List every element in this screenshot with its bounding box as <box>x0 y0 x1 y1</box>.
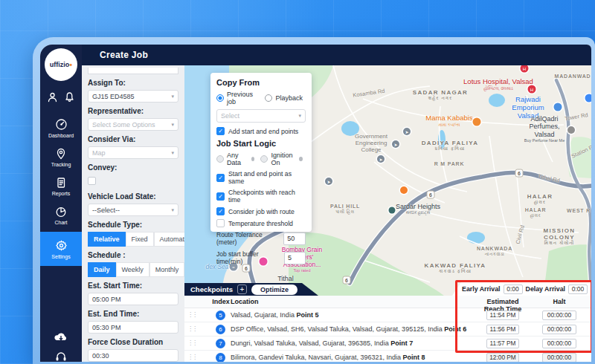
add-checkpoint-button[interactable]: + <box>237 285 247 294</box>
radio-any-data[interactable] <box>216 155 224 163</box>
field-input[interactable]: 05:00 PM <box>88 293 178 305</box>
table-row[interactable]: ⋮⋮5Valsad, Gujarat, India Point 511:54 P… <box>184 308 591 322</box>
drag-handle-icon[interactable]: ⋮⋮ <box>187 339 196 346</box>
table-row[interactable]: ⋮⋮7Dungri, Valsad Taluka, Valsad, Gujara… <box>184 337 591 351</box>
halt-input[interactable]: 00:00:00 <box>542 311 576 320</box>
segment-weekly[interactable]: Weekly <box>116 262 149 277</box>
field-label: Schedule Type: <box>88 221 178 229</box>
form-field: Convey: <box>88 163 178 188</box>
copy-from-select[interactable]: Select▾ <box>216 109 306 123</box>
user-icon[interactable] <box>47 91 58 103</box>
field-checkbox[interactable] <box>88 177 96 185</box>
location-text: DSP Office, Valsad, SH6, Valsad Taluka, … <box>231 325 466 333</box>
cart-marker-icon[interactable] <box>585 94 592 103</box>
radio-previous-job[interactable] <box>216 94 224 102</box>
segment-fixed[interactable]: Fixed <box>126 232 154 247</box>
create-job-form: Assign To:GJ15 ED4585▾Representative:Sel… <box>82 65 184 362</box>
sidebar-item-reports[interactable]: Reports <box>40 172 82 201</box>
field-select[interactable]: --Select--▾ <box>88 204 178 216</box>
headset-icon[interactable] <box>54 351 68 362</box>
checkbox-icon <box>216 219 225 227</box>
route-shield-badge: 6 <box>427 191 435 199</box>
field-select[interactable]: Select Some Options▾ <box>88 118 178 131</box>
shop-marker-icon[interactable] <box>554 103 562 111</box>
pin-marker-icon[interactable] <box>389 207 396 214</box>
field-select[interactable]: Map▾ <box>88 146 178 159</box>
restaurant-marker-icon[interactable] <box>473 118 481 126</box>
transit-marker-icon[interactable]: ➤ <box>403 128 411 135</box>
bell-icon[interactable] <box>64 91 75 103</box>
add-points-checkbox[interactable]: ✓ Add start and end points <box>216 127 306 135</box>
checkbox-label: Start and end point as same <box>228 170 306 185</box>
app-window: Create Job uffizio• DashboardTrackingRep… <box>40 45 591 362</box>
header-bar: Create Job <box>82 45 591 65</box>
logic-checkbox-row[interactable]: ✓Checkpoints with reach time <box>216 189 306 204</box>
reach-time-input[interactable]: 12:00 PM <box>486 353 519 363</box>
drag-handle-icon[interactable]: ⋮⋮ <box>187 354 196 360</box>
segment-daily[interactable]: Daily <box>88 262 116 277</box>
map-label: MISSION COLONYમિશન કોલોની <box>535 227 584 246</box>
halt-input[interactable]: 00:00:00 <box>542 353 576 363</box>
drag-handle-icon[interactable]: ⋮⋮ <box>187 311 196 318</box>
brand-logo[interactable]: uffizio• <box>45 48 77 81</box>
sidebar-item-label: Dashboard <box>48 133 74 138</box>
field-input[interactable]: 05:30 PM <box>88 321 178 334</box>
route-tolerance-input[interactable]: 50 <box>283 233 306 245</box>
buffer-time-input[interactable]: 5 <box>284 252 306 264</box>
field-value: GJ15 ED4585 <box>92 93 135 100</box>
form-field: Consider Via:Map▾ <box>88 135 178 159</box>
chevron-down-icon: ▾ <box>171 94 174 100</box>
building-marker-icon[interactable] <box>567 126 575 134</box>
route-shield-badge: 6 <box>242 264 251 273</box>
logic-checkbox-row[interactable]: ✓Consider job with route <box>216 207 306 215</box>
segment-automatic[interactable]: Automatic <box>154 232 184 247</box>
cloud-download-icon[interactable] <box>53 331 69 342</box>
place-marker-icon[interactable] <box>400 186 408 194</box>
form-field: Assign To:GJ15 ED4585▾ <box>88 79 178 103</box>
sidebar: uffizio• DashboardTrackingReportsChartSe… <box>40 45 82 362</box>
reach-time-input[interactable]: 11:56 PM <box>486 325 519 334</box>
reach-time-input[interactable]: 11:54 PM <box>486 311 519 320</box>
segment-monthly[interactable]: Monthly <box>149 262 184 277</box>
optimize-button[interactable]: Optimize <box>251 285 298 295</box>
scrolled-input[interactable] <box>88 68 178 74</box>
drag-handle-icon[interactable]: ⋮⋮ <box>187 325 196 332</box>
logic-checkbox-row[interactable]: ✓Start and end point as same <box>216 170 306 185</box>
copy-from-card: Copy From Previous jobPlayback Select▾ ✓… <box>210 73 312 232</box>
sidebar-item-dashboard[interactable]: Dashboard <box>40 113 82 143</box>
table-row[interactable]: ⋮⋮8Bilimora, Gandevi Taluka, Navsari, Gu… <box>184 351 591 362</box>
settings-gear-icon <box>55 239 68 252</box>
transit-marker-icon[interactable]: ➤ <box>392 140 399 148</box>
map-label: Lotus Hospital, Valsadહોસ્પિટલ, વલસાડ <box>463 78 533 91</box>
radio-playback[interactable] <box>265 94 272 102</box>
field-label: Consider Via: <box>88 135 178 143</box>
index-badge: 7 <box>216 339 225 348</box>
field-select[interactable]: GJ15 ED4585▾ <box>88 90 178 103</box>
sidebar-item-tracking[interactable]: Tracking <box>40 143 82 172</box>
early-arrival-label: Early Arrival <box>462 285 501 293</box>
sidebar-item-chart[interactable]: Chart <box>40 201 82 230</box>
transit-marker-icon[interactable]: ➤ <box>377 155 385 163</box>
sidebar-item-settings[interactable]: Settings <box>40 232 82 266</box>
logic-checkbox-row[interactable]: Temperature threshold <box>216 219 306 227</box>
map-label: Sardar Heightsસરદાર હાઇટ્સ <box>396 203 440 215</box>
job-start-logic-title: Job Start Logic <box>216 139 306 148</box>
radio-label: Previous job <box>227 91 259 105</box>
delay-arrival-label: Delay Arrival <box>526 285 565 293</box>
halt-input[interactable]: 00:00:00 <box>542 339 576 348</box>
segment-relative[interactable]: Relative <box>88 232 126 247</box>
halt-input[interactable]: 00:00:00 <box>542 325 576 334</box>
transit-marker-icon[interactable]: ➤ <box>325 178 332 185</box>
reach-time-input[interactable]: 11:57 PM <box>486 339 519 348</box>
early-arrival-input[interactable]: 0:00 <box>504 285 523 294</box>
segmented-control: RelativeFixedAutomatic <box>88 232 178 247</box>
field-input[interactable]: 00:30 <box>88 349 178 362</box>
radio-ignition-on[interactable] <box>260 155 268 163</box>
form-field: Schedule Type:RelativeFixedAutomatic <box>88 221 178 247</box>
table-row[interactable]: ⋮⋮6DSP Office, Valsad, SH6, Valsad Taluk… <box>184 322 591 337</box>
delay-arrival-input[interactable]: 0:00 <box>568 285 588 294</box>
field-label: Representative: <box>88 107 178 115</box>
hospital-marker-icon[interactable]: H <box>528 85 536 94</box>
copy-from-title: Copy From <box>216 78 306 87</box>
field-value: --Select-- <box>92 207 120 214</box>
